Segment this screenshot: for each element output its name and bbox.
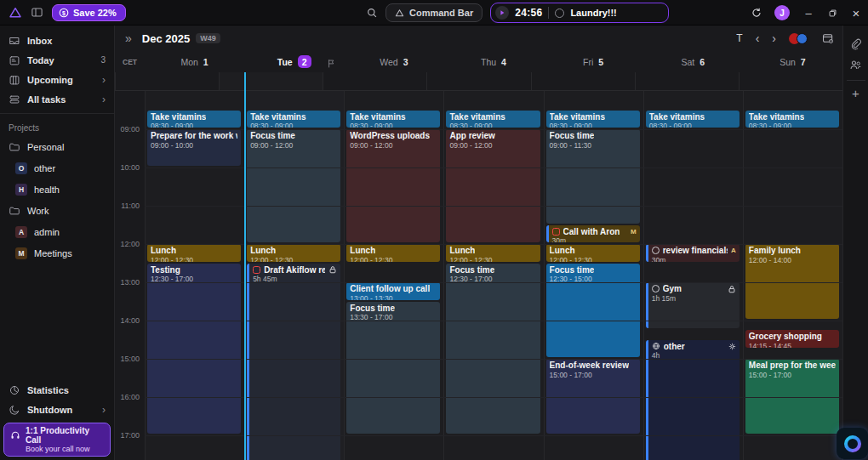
day-header-mon[interactable]: Mon1: [145, 57, 244, 67]
search-icon[interactable]: [366, 7, 378, 19]
calendar-event[interactable]: Focus time13:30 - 17:00: [346, 302, 440, 434]
calendar-event[interactable]: Lunch12:00 - 12:30: [346, 244, 440, 262]
calendar-event[interactable]: Take vitamins08:30 - 09:00: [247, 111, 340, 128]
project-item-personal[interactable]: Personal: [0, 136, 114, 157]
close-button[interactable]: ×: [844, 0, 868, 26]
calendar-event[interactable]: App review09:00 - 12:00: [446, 129, 540, 242]
calendar-event[interactable]: Testing12:30 - 17:00: [147, 264, 241, 434]
calendar-task[interactable]: other4h: [646, 340, 740, 460]
calendar-event[interactable]: Take vitamins08:30 - 09:00: [346, 111, 440, 128]
calendar-event[interactable]: Take vitamins08:30 - 09:00: [646, 111, 740, 128]
assistant-button[interactable]: [837, 428, 868, 459]
calendar-event[interactable]: Focus time09:00 - 12:00: [247, 129, 340, 242]
calendar-task[interactable]: Draft Akiflow review5h 45m: [247, 264, 340, 460]
maximize-button[interactable]: [820, 0, 844, 26]
day-column-sat[interactable]: Take vitamins08:30 - 09:00review financi…: [643, 91, 743, 460]
calendar-event[interactable]: Focus time09:00 - 11:30: [546, 129, 640, 224]
sidebar-item-label: Upcoming: [27, 75, 73, 85]
calendar-event[interactable]: End-of-week review15:00 - 17:00: [546, 359, 640, 434]
event-time: 12:00 - 12:30: [550, 256, 637, 262]
day-column-thu[interactable]: Take vitamins08:30 - 09:00App review09:0…: [443, 91, 543, 460]
project-item-meetings[interactable]: MMeetings: [0, 242, 114, 264]
sidebar-item-shutdown[interactable]: Shutdown›: [0, 400, 114, 419]
project-label: health: [34, 185, 60, 195]
calendar-event[interactable]: Take vitamins08:30 - 09:00: [546, 111, 640, 128]
calendar-task[interactable]: review financialsA30m: [646, 244, 740, 262]
allday-cell-mon[interactable]: [115, 72, 219, 90]
event-title: End-of-week review: [550, 361, 629, 371]
attachments-icon[interactable]: [850, 34, 862, 54]
task-checkbox-icon[interactable]: [652, 247, 660, 254]
event-title: Focus time: [250, 131, 295, 141]
collapse-sidebar-icon[interactable]: »: [125, 31, 132, 45]
calendar-event[interactable]: Lunch12:00 - 12:30: [446, 244, 540, 262]
calendar-visibility-toggle[interactable]: [789, 33, 809, 44]
save-discount-button[interactable]: $ Save 22%: [52, 4, 126, 21]
project-item-admin[interactable]: Aadmin: [0, 221, 114, 242]
task-checkbox-icon[interactable]: [253, 266, 260, 274]
timer-pill[interactable]: 24:56 Laundry!!!: [490, 3, 669, 23]
day-header-wed[interactable]: Wed3: [344, 57, 443, 67]
people-icon[interactable]: [849, 54, 862, 75]
command-bar-button[interactable]: Command Bar: [385, 3, 483, 22]
day-column-tue[interactable]: Take vitamins08:30 - 09:00Focus time09:0…: [244, 91, 344, 460]
day-header-fri[interactable]: Fri5: [544, 57, 643, 67]
day-header-tue[interactable]: Tue2: [244, 55, 344, 68]
play-icon[interactable]: [495, 6, 509, 20]
add-panel-icon[interactable]: +: [852, 86, 859, 100]
calendar-event[interactable]: Focus time12:30 - 15:00: [546, 264, 640, 358]
calendar-event[interactable]: Take vitamins08:30 - 09:00: [745, 111, 839, 128]
day-header-sun[interactable]: Sun7: [743, 57, 842, 67]
project-item-work[interactable]: Work: [0, 200, 114, 221]
calendar-event[interactable]: Client follow up call13:00 - 13:30: [346, 282, 440, 300]
calendar-settings-icon[interactable]: [822, 32, 834, 44]
calendar-event[interactable]: Lunch12:00 - 12:30: [546, 244, 640, 262]
today-button[interactable]: T: [736, 32, 742, 44]
calendar-event[interactable]: Meal prep for the week15:00 - 17:00: [745, 359, 839, 434]
calendar-event[interactable]: Lunch12:00 - 12:30: [247, 244, 340, 262]
day-column-fri[interactable]: Take vitamins08:30 - 09:00Focus time09:0…: [544, 91, 643, 460]
calendar-task[interactable]: Gym1h 15m: [646, 282, 740, 328]
project-item-other[interactable]: Oother: [0, 157, 114, 179]
prev-week-icon[interactable]: ‹: [756, 32, 760, 44]
day-column-mon[interactable]: Take vitamins08:30 - 09:00Prepare for th…: [145, 91, 244, 460]
divider: [0, 113, 114, 114]
calendar-event[interactable]: Grocery shopping14:15 - 14:45: [745, 330, 839, 348]
calendar-event[interactable]: Focus time12:30 - 17:00: [446, 264, 540, 434]
minimize-button[interactable]: –: [797, 0, 820, 26]
calendar-event[interactable]: Lunch12:00 - 12:30: [147, 244, 241, 262]
allday-cell-tue[interactable]: [219, 72, 323, 90]
project-item-health[interactable]: Hhealth: [0, 179, 114, 200]
sidebar-item-label: All tasks: [27, 94, 66, 105]
day-header-thu[interactable]: Thu4: [443, 57, 543, 67]
task-checkbox-icon[interactable]: [652, 285, 660, 292]
calendar-event[interactable]: Family lunch12:00 - 14:00: [745, 244, 839, 319]
sidebar-item-upcoming[interactable]: Upcoming›: [0, 70, 114, 89]
allday-cell-sat[interactable]: [635, 72, 739, 90]
calendar-event[interactable]: Prepare for the work week09:00 - 10:00: [147, 129, 241, 166]
allday-cell-thu[interactable]: [426, 72, 530, 90]
task-checkbox-icon[interactable]: [555, 9, 564, 18]
sidebar-item-today[interactable]: Today3: [0, 50, 114, 70]
calendar-event[interactable]: WordPress uploads09:00 - 12:00: [346, 129, 440, 242]
day-header-sat[interactable]: Sat6: [643, 57, 743, 67]
event-time: 12:30 - 17:00: [449, 275, 536, 283]
calendar-event[interactable]: Take vitamins08:30 - 09:00: [446, 111, 540, 128]
event-title: Draft Akiflow review: [264, 265, 325, 275]
task-checkbox-icon[interactable]: [552, 228, 560, 236]
sidebar-item-inbox[interactable]: Inbox: [0, 31, 114, 50]
avatar[interactable]: J: [774, 5, 790, 20]
day-column-sun[interactable]: Take vitamins08:30 - 09:00Family lunch12…: [743, 91, 842, 460]
day-column-wed[interactable]: Take vitamins08:30 - 09:00WordPress uplo…: [344, 91, 443, 460]
sync-icon[interactable]: [751, 7, 762, 19]
allday-cell-wed[interactable]: [323, 72, 426, 90]
allday-cell-sun[interactable]: [739, 72, 842, 90]
calendar-task[interactable]: Call with AronM30m: [546, 225, 640, 243]
productivity-call-banner[interactable]: 1:1 Productivity Call Book your call now: [3, 423, 111, 457]
sidebar-item-all-tasks[interactable]: All tasks›: [0, 89, 114, 109]
allday-cell-fri[interactable]: [531, 72, 635, 90]
sidebar-toggle-icon[interactable]: [31, 6, 43, 19]
sidebar-item-statistics[interactable]: Statistics: [0, 380, 114, 400]
next-week-icon[interactable]: ›: [772, 32, 776, 44]
calendar-event[interactable]: Take vitamins08:30 - 09:00: [147, 111, 241, 128]
